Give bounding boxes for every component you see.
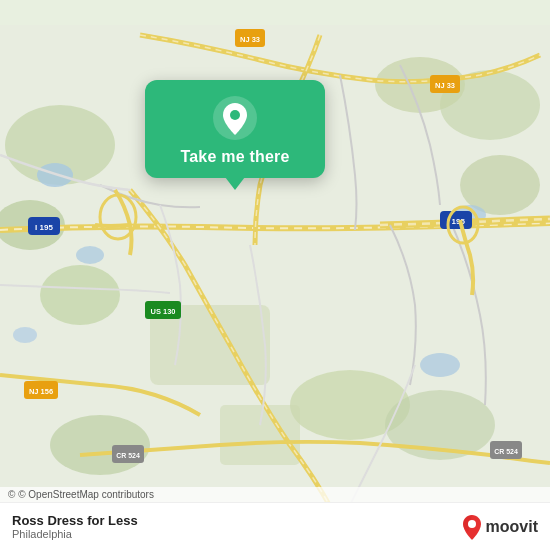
moovit-text: moovit <box>486 518 538 536</box>
attribution-bar: © © OpenStreetMap contributors <box>0 487 550 502</box>
attribution-text: © OpenStreetMap contributors <box>18 489 154 500</box>
info-bar: Ross Dress for Less Philadelphia moovit <box>0 502 550 550</box>
location-pin-icon <box>212 95 258 141</box>
store-city: Philadelphia <box>12 528 138 540</box>
svg-point-14 <box>13 327 37 343</box>
moovit-pin-icon <box>462 514 482 540</box>
svg-point-16 <box>420 353 460 377</box>
svg-text:NJ 33: NJ 33 <box>435 81 455 90</box>
location-icon-wrap <box>211 94 259 142</box>
store-info: Ross Dress for Less Philadelphia <box>12 513 138 540</box>
svg-point-13 <box>76 246 104 264</box>
svg-text:NJ 156: NJ 156 <box>29 387 53 396</box>
svg-text:NJ 33: NJ 33 <box>240 35 260 44</box>
store-name: Ross Dress for Less <box>12 513 138 528</box>
svg-text:CR 524: CR 524 <box>494 448 518 455</box>
svg-text:I 195: I 195 <box>35 223 53 232</box>
map-container: I 195 I 195 NJ 33 NJ 33 US 130 NJ 156 CR… <box>0 0 550 550</box>
moovit-logo: moovit <box>462 514 538 540</box>
svg-point-37 <box>468 520 476 528</box>
take-me-there-button[interactable]: Take me there <box>180 148 289 166</box>
svg-rect-11 <box>220 405 300 465</box>
popup-card: Take me there <box>145 80 325 178</box>
svg-text:US 130: US 130 <box>150 307 175 316</box>
svg-point-36 <box>230 110 240 120</box>
svg-text:CR 524: CR 524 <box>116 452 140 459</box>
svg-point-3 <box>40 265 120 325</box>
